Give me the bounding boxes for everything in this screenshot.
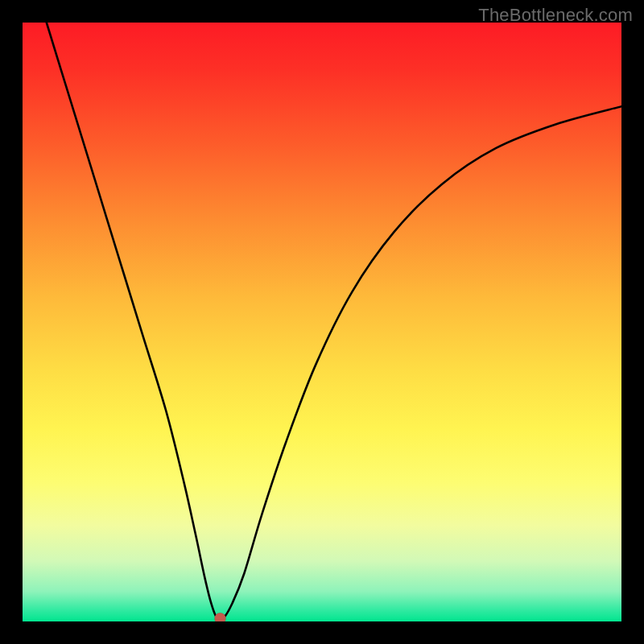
minimum-marker [215, 613, 226, 621]
chart-frame: TheBottleneck.com [0, 0, 644, 644]
bottleneck-curve [23, 23, 621, 621]
plot-area [23, 23, 621, 621]
